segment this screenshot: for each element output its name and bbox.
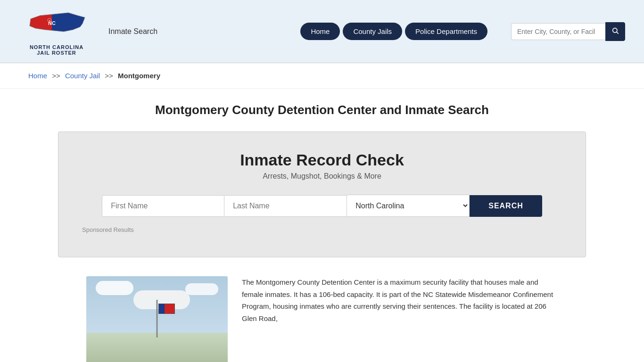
breadcrumb-current: Montgomery [118,72,160,80]
first-name-input[interactable] [102,195,224,217]
breadcrumb-area: Home >> County Jail >> Montgomery [0,63,644,89]
facility-image [86,276,228,362]
cloud-1 [96,281,133,295]
breadcrumb: Home >> County Jail >> Montgomery [28,72,616,80]
svg-point-7 [613,28,617,32]
logo-area: NC ★ NORTH CAROLINA JAIL ROSTER [19,7,94,56]
header-search-input[interactable] [511,23,605,40]
page-title: Montgomery County Detention Center and I… [9,103,635,117]
record-check-subtitle: Arrests, Mugshot, Bookings & More [82,172,562,181]
facility-image-inner [86,276,228,362]
nc-state-logo-icon: NC ★ [26,7,87,42]
breadcrumb-home-link[interactable]: Home [28,72,47,80]
nc-flag-icon [158,304,175,314]
facility-description: The Montgomery County Detention Center i… [242,276,558,324]
flagpole [157,300,158,337]
content-section: The Montgomery County Detention Center i… [58,272,586,362]
inmate-search-form: North Carolina Alabama Alaska Arizona Ar… [82,195,562,217]
record-check-title: Inmate Record Check [82,151,562,169]
breadcrumb-separator-1: >> [52,72,60,80]
nav-county-jails-button[interactable]: County Jails [343,23,402,40]
nav-home-button[interactable]: Home [300,23,340,40]
logo-text-line1: NORTH CAROLINA JAIL ROSTER [30,44,83,56]
svg-line-8 [617,32,619,34]
nav-police-departments-button[interactable]: Police Departments [405,23,487,40]
cloud-3 [185,283,218,295]
header-search-button[interactable] [605,22,625,41]
inmate-search-button[interactable]: SEARCH [470,195,542,217]
breadcrumb-separator-2: >> [105,72,113,80]
page-title-area: Montgomery County Detention Center and I… [0,89,644,127]
header-search-bar [511,22,625,41]
last-name-input[interactable] [224,195,347,217]
main-nav: Home County Jails Police Departments [300,23,487,40]
site-header: NC ★ NORTH CAROLINA JAIL ROSTER Inmate S… [0,0,644,63]
inmate-search-link[interactable]: Inmate Search [108,27,157,36]
state-select[interactable]: North Carolina Alabama Alaska Arizona Ar… [347,195,470,217]
search-icon [611,27,619,34]
breadcrumb-county-jail-link[interactable]: County Jail [65,72,100,80]
sponsored-results-label: Sponsored Results [82,226,562,233]
record-check-box: Inmate Record Check Arrests, Mugshot, Bo… [58,132,586,257]
